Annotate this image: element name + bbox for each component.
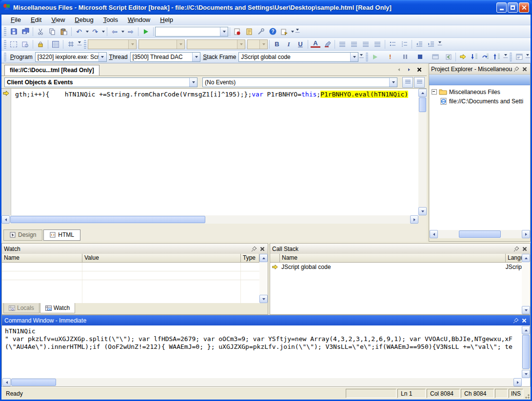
italic-button[interactable]: I bbox=[283, 39, 295, 50]
close-panel-button[interactable] bbox=[520, 317, 528, 324]
command-hscrollbar[interactable] bbox=[2, 378, 522, 386]
toolbar-grip[interactable] bbox=[4, 27, 6, 36]
call-stack-grid[interactable]: JScript global code JScrip bbox=[270, 263, 522, 314]
editor-hscrollbar[interactable] bbox=[1, 215, 418, 224]
call-stack-row[interactable]: JScript global code JScrip bbox=[270, 263, 522, 271]
pin-button[interactable] bbox=[250, 246, 258, 252]
step-over-button[interactable] bbox=[480, 52, 492, 62]
align-left-button[interactable] bbox=[336, 39, 348, 50]
watch-grid[interactable] bbox=[2, 263, 259, 303]
command-window-button[interactable] bbox=[513, 52, 525, 62]
watch-vscrollbar[interactable] bbox=[259, 254, 268, 303]
save-button[interactable] bbox=[8, 26, 20, 37]
menu-file[interactable]: File bbox=[6, 15, 25, 24]
scroll-left-button[interactable] bbox=[430, 230, 438, 238]
undo-dropdown[interactable] bbox=[85, 26, 89, 37]
align-right-button[interactable] bbox=[360, 39, 372, 50]
scroll-up-button[interactable] bbox=[522, 326, 530, 334]
toolbar-overflow-button[interactable]: — bbox=[77, 39, 82, 50]
hscroll-thumb[interactable] bbox=[459, 230, 501, 238]
program-dropdown[interactable] bbox=[99, 53, 106, 61]
scroll-right-button[interactable] bbox=[410, 215, 418, 224]
menu-tools[interactable]: Tools bbox=[99, 15, 122, 24]
properties-window-button[interactable] bbox=[243, 26, 255, 37]
pin-button[interactable] bbox=[512, 317, 520, 324]
numbering-button[interactable] bbox=[398, 39, 410, 50]
toolbar-grip[interactable] bbox=[84, 40, 86, 49]
stack-frame-dropdown[interactable] bbox=[350, 53, 358, 61]
immediate-window-content[interactable]: hTN1NQic " var pkzLfv=uXGJZXGp.split(\"\… bbox=[2, 326, 522, 378]
redo-button[interactable]: ↷ bbox=[89, 26, 101, 37]
highlight-button[interactable] bbox=[321, 39, 333, 50]
decrease-indent-button[interactable] bbox=[414, 39, 425, 50]
thread-dropdown[interactable] bbox=[192, 53, 200, 61]
scroll-tabs-left-button[interactable] bbox=[395, 66, 402, 73]
hscroll-thumb[interactable] bbox=[10, 216, 205, 223]
vscroll-thumb[interactable] bbox=[522, 335, 530, 369]
apply-code-changes-button[interactable] bbox=[443, 52, 454, 62]
bullets-button[interactable] bbox=[387, 39, 398, 50]
column-header-type[interactable]: Type bbox=[241, 254, 259, 263]
display-details-button[interactable] bbox=[20, 39, 31, 50]
script-outline-button[interactable] bbox=[402, 77, 413, 88]
scroll-up-button[interactable] bbox=[522, 254, 530, 262]
redo-dropdown[interactable] bbox=[101, 26, 105, 37]
snap-to-grid-button[interactable] bbox=[65, 39, 77, 50]
step-out-button[interactable] bbox=[492, 52, 503, 62]
paste-button[interactable] bbox=[58, 26, 70, 37]
find-combobox-dropdown[interactable] bbox=[220, 27, 228, 36]
pause-button[interactable] bbox=[399, 52, 411, 62]
column-header-name[interactable]: Name bbox=[280, 254, 506, 263]
toolbar-grip[interactable] bbox=[366, 53, 368, 61]
toolbar-grip[interactable] bbox=[4, 40, 6, 49]
stack-frame-combobox[interactable]: JScript global code bbox=[238, 52, 358, 62]
toolbar-overflow-button[interactable]: — bbox=[525, 52, 531, 62]
font-color-button[interactable]: A bbox=[310, 39, 321, 50]
code-editor[interactable]: gth;i++){ hTN1NQic +=String.fromCharCode… bbox=[1, 89, 418, 215]
program-combobox[interactable]: [3220] iexplore.exe: Script p bbox=[35, 52, 107, 62]
document-tab[interactable]: file://C:\Docu...tml [Read Only] bbox=[4, 65, 99, 76]
scroll-tabs-right-button[interactable] bbox=[405, 66, 413, 73]
bold-button[interactable]: B bbox=[271, 39, 283, 50]
tab-design[interactable]: Design bbox=[3, 229, 42, 241]
scroll-down-button[interactable] bbox=[259, 295, 268, 303]
events-dropdown-button[interactable] bbox=[389, 78, 397, 87]
close-panel-button[interactable] bbox=[520, 66, 528, 73]
tree-item-miscellaneous-files[interactable]: Miscellaneous Files bbox=[430, 87, 530, 96]
scroll-up-button[interactable] bbox=[259, 254, 268, 262]
scroll-up-button[interactable] bbox=[418, 89, 427, 97]
close-button[interactable] bbox=[519, 2, 529, 13]
thread-combobox[interactable]: [3500] Thread DAC bbox=[130, 52, 201, 62]
undo-button[interactable]: ↶ bbox=[73, 26, 85, 37]
increase-indent-button[interactable] bbox=[425, 39, 437, 50]
restart-button[interactable] bbox=[430, 52, 441, 62]
command-vscrollbar[interactable] bbox=[522, 326, 530, 378]
collapse-icon[interactable] bbox=[432, 89, 437, 95]
objects-dropdown-button[interactable] bbox=[189, 78, 197, 87]
resize-grip[interactable] bbox=[523, 392, 530, 399]
scroll-down-button[interactable] bbox=[522, 306, 530, 314]
step-into-button[interactable] bbox=[469, 52, 480, 62]
show-next-statement-button[interactable] bbox=[457, 52, 469, 62]
menu-window[interactable]: Window bbox=[123, 15, 155, 24]
continue-button[interactable] bbox=[140, 26, 152, 37]
code-line[interactable]: gth;i++){ hTN1NQic +=String.fromCharCode… bbox=[15, 91, 408, 98]
objects-combobox[interactable]: Client Objects & Events bbox=[4, 77, 197, 87]
find-combobox[interactable] bbox=[155, 27, 228, 37]
minimize-button[interactable] bbox=[496, 2, 507, 13]
menu-help[interactable]: Help bbox=[156, 15, 177, 24]
display-borders-button[interactable] bbox=[8, 39, 20, 50]
column-header-language[interactable]: Langu bbox=[506, 254, 522, 263]
toolbar-overflow-button[interactable]: — bbox=[358, 52, 364, 62]
tree-item-file[interactable]: file://C:\Documents and Setti bbox=[430, 96, 530, 106]
underline-button[interactable]: U bbox=[295, 39, 306, 50]
pin-button[interactable] bbox=[512, 66, 520, 73]
close-document-button[interactable] bbox=[415, 66, 423, 73]
close-panel-button[interactable] bbox=[520, 246, 528, 252]
column-header-value[interactable]: Value bbox=[82, 254, 241, 263]
column-header-name[interactable]: Name bbox=[2, 254, 82, 263]
toolbox-button[interactable] bbox=[255, 26, 267, 37]
toolbar-overflow-button[interactable]: — bbox=[437, 39, 443, 50]
save-all-button[interactable] bbox=[20, 26, 31, 37]
editor-vscrollbar[interactable] bbox=[418, 89, 427, 215]
